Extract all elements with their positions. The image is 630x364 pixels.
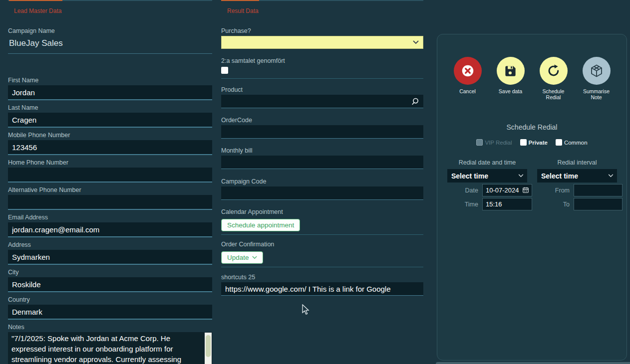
country-label: Country <box>8 296 212 303</box>
address-label: Address <box>8 241 212 248</box>
city-label: City <box>8 269 212 276</box>
home-phone-field: Home Phone Number <box>8 159 212 182</box>
monthly-bill-input[interactable] <box>221 156 423 169</box>
campaign-name-value[interactable]: BlueJay Sales <box>8 36 212 54</box>
product-input[interactable] <box>221 95 423 108</box>
summarise-note-icon <box>589 63 604 78</box>
schedule-redial-action: Schedule Redial <box>537 57 571 100</box>
lead-master-title: Lead Master Data <box>14 7 212 15</box>
vip-redial-checkbox <box>476 139 483 146</box>
date-row: Date <box>448 184 532 196</box>
monthly-bill-field: Monthly bill <box>221 147 423 169</box>
last-name-input[interactable] <box>8 113 212 128</box>
mobile-phone-input[interactable] <box>8 140 212 155</box>
summarise-note-button[interactable] <box>583 57 611 85</box>
order-confirmation-label: Order Confirmation <box>221 241 423 248</box>
campaign-name-label: Campaign Name <box>8 27 212 34</box>
alt-phone-label: Alternative Phone Number <box>8 186 212 193</box>
search-icon[interactable] <box>411 97 419 106</box>
notes-scrollbar-thumb[interactable] <box>206 335 211 357</box>
divider <box>221 267 423 267</box>
divider <box>221 78 423 79</box>
second-call-checkbox[interactable] <box>221 67 228 74</box>
second-call-field: 2:a samtalet genomfört <box>221 57 423 79</box>
notes-scrollbar[interactable] <box>205 333 212 364</box>
mobile-phone-field: Mobile Phone Number <box>8 132 212 155</box>
product-field: Product <box>221 86 423 108</box>
email-input[interactable] <box>8 222 212 237</box>
vip-redial-option[interactable]: VIP Redial <box>476 139 512 146</box>
notes-textarea[interactable]: "7/1/2025: Spoke with Jordan at Acme Cor… <box>8 332 212 364</box>
action-panel: Cancel Save data Schedule Redial Summari… <box>437 34 627 361</box>
address-input[interactable] <box>8 250 212 265</box>
purchase-field: Purchase? <box>221 27 423 49</box>
redial-time-select[interactable]: Select time <box>447 169 527 182</box>
from-input[interactable] <box>574 184 623 196</box>
city-input[interactable] <box>8 277 212 292</box>
redial-interval-select-value: Select time <box>541 172 578 180</box>
to-input[interactable] <box>574 198 623 210</box>
redial-interval-select[interactable]: Select time <box>537 169 617 182</box>
cancel-action: Cancel <box>451 57 485 100</box>
email-label: Email Address <box>8 214 212 221</box>
common-checkbox <box>556 139 562 146</box>
redial-icon <box>547 64 561 78</box>
time-label: Time <box>448 201 478 208</box>
order-confirmation-field: Order Confirmation Update <box>221 241 423 267</box>
first-name-input[interactable] <box>8 85 212 100</box>
schedule-redial-button-label: Schedule Redial <box>537 88 571 100</box>
alt-phone-field: Alternative Phone Number <box>8 186 212 210</box>
redial-checkbox-row: VIP Redial Private Common <box>437 139 627 146</box>
mouse-cursor <box>302 304 310 315</box>
summarise-note-button-label: Summarise Note <box>580 88 614 100</box>
chevron-down-icon <box>608 174 614 178</box>
common-label: Common <box>564 140 588 146</box>
alt-phone-input[interactable] <box>8 195 212 210</box>
shortcuts-label: shortcuts 25 <box>221 274 423 281</box>
country-input[interactable] <box>8 305 212 320</box>
common-option[interactable]: Common <box>556 139 588 146</box>
home-phone-input[interactable] <box>8 168 212 182</box>
ordercode-input[interactable] <box>221 125 423 139</box>
address-field: Address <box>8 241 212 265</box>
mobile-phone-label: Mobile Phone Number <box>8 132 212 139</box>
private-checkbox <box>520 139 527 146</box>
first-name-label: First Name <box>8 77 212 84</box>
ordercode-label: OrderCode <box>221 117 423 124</box>
vip-redial-label: VIP Redial <box>485 140 512 146</box>
schedule-appointment-button[interactable]: Schedule appointment <box>221 219 300 231</box>
private-option[interactable]: Private <box>520 139 548 146</box>
from-row: From <box>540 184 623 196</box>
date-label: Date <box>448 187 478 194</box>
notes-field: Notes "7/1/2025: Spoke with Jordan at Ac… <box>8 324 212 364</box>
city-field: City <box>8 269 212 292</box>
result-data-title: Result Data <box>227 7 423 15</box>
last-name-field: Last Name <box>8 104 212 128</box>
to-row: To <box>540 198 623 210</box>
result-data-section: Result Data Purchase? 2:a samtalet genom… <box>221 0 423 296</box>
cancel-button[interactable] <box>454 57 482 85</box>
lead-tab-line <box>8 0 212 1</box>
first-name-field: First Name <box>8 77 212 100</box>
crm-screen: Lead Master Data Campaign Name BlueJay S… <box>0 0 630 364</box>
divider <box>221 234 423 235</box>
purchase-select[interactable] <box>221 36 423 49</box>
update-dropdown-button[interactable]: Update <box>221 251 263 264</box>
campaign-code-field: Campaign Code <box>221 178 423 200</box>
schedule-redial-button[interactable] <box>540 57 568 85</box>
save-data-button[interactable] <box>497 57 525 85</box>
schedule-redial-heading: Schedule Redial <box>437 123 627 131</box>
chevron-down-icon <box>518 174 524 178</box>
update-button-label: Update <box>227 254 249 261</box>
campaign-code-input[interactable] <box>221 186 423 200</box>
ordercode-field: OrderCode <box>221 117 423 139</box>
second-call-label: 2:a samtalet genomfört <box>221 57 423 64</box>
time-input[interactable] <box>482 198 532 210</box>
last-name-label: Last Name <box>8 104 212 111</box>
monthly-bill-label: Monthly bill <box>221 147 423 154</box>
shortcuts-input[interactable] <box>221 282 423 296</box>
redial-interval-label: Redial interval <box>537 159 617 166</box>
country-field: Country <box>8 296 212 320</box>
date-input[interactable] <box>482 184 532 196</box>
cancel-button-label: Cancel <box>459 88 476 94</box>
